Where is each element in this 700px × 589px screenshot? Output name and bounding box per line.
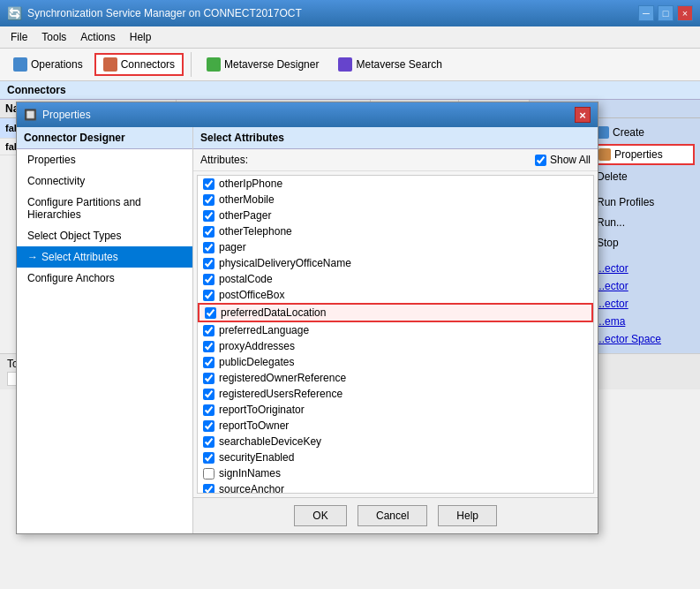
ok-button[interactable]: OK bbox=[294, 505, 347, 526]
attr-label: physicalDeliveryOfficeName bbox=[219, 257, 351, 269]
close-button[interactable]: × bbox=[677, 5, 693, 21]
connectors-icon bbox=[103, 57, 117, 72]
metaverse-search-button[interactable]: Metaverse Search bbox=[330, 54, 449, 75]
help-button[interactable]: Help bbox=[438, 505, 497, 526]
attr-item[interactable]: otherTelephone bbox=[198, 223, 593, 239]
show-all-checkbox-wrapper[interactable]: Show All bbox=[535, 154, 591, 166]
nav-item-configure-partitions[interactable]: Configure Partitions and Hierarchies bbox=[17, 192, 192, 225]
menu-actions[interactable]: Actions bbox=[73, 28, 122, 46]
connector-link-3[interactable]: ...ector bbox=[591, 295, 695, 313]
menu-file[interactable]: File bbox=[4, 28, 34, 46]
cancel-button[interactable]: Cancel bbox=[358, 505, 427, 526]
attr-item[interactable]: registeredUsersReference bbox=[198, 386, 593, 402]
metaverse-designer-icon bbox=[207, 57, 221, 72]
metaverse-search-icon bbox=[338, 57, 352, 72]
attr-item[interactable]: pager bbox=[198, 239, 593, 255]
properties-icon bbox=[598, 148, 611, 161]
operations-button[interactable]: Operations bbox=[5, 54, 91, 75]
attr-checkbox-registeredUsers[interactable] bbox=[203, 389, 215, 400]
attributes-toolbar: Attributes: Show All bbox=[193, 149, 598, 171]
attr-checkbox-reportToOriginator[interactable] bbox=[203, 404, 215, 416]
attr-checkbox-postOfficeBox[interactable] bbox=[203, 290, 215, 301]
attr-label: postalCode bbox=[219, 273, 273, 285]
metaverse-designer-button[interactable]: Metaverse Designer bbox=[199, 54, 327, 75]
left-nav-header: Connector Designer bbox=[17, 127, 192, 149]
dialog-close-button[interactable]: × bbox=[575, 107, 591, 123]
toolbar-separator-1 bbox=[191, 52, 192, 77]
properties-dialog: 🔲 Properties × Connector Designer Proper… bbox=[16, 102, 598, 534]
attr-item[interactable]: otherMobile bbox=[198, 192, 593, 208]
attr-label: registeredUsersReference bbox=[219, 388, 342, 400]
attr-label: signInNames bbox=[219, 467, 281, 480]
run-button[interactable]: Run... bbox=[591, 214, 695, 231]
stop-button[interactable]: Stop bbox=[591, 234, 695, 252]
attr-checkbox-physicalDelivery[interactable] bbox=[203, 258, 215, 269]
attr-checkbox-pager[interactable] bbox=[203, 242, 215, 253]
attr-item-preferred-data-location[interactable]: preferredDataLocation bbox=[198, 303, 593, 322]
attr-item[interactable]: otherIpPhone bbox=[198, 176, 593, 192]
attr-checkbox-otherMobile[interactable] bbox=[203, 194, 215, 206]
delete-button[interactable]: Delete bbox=[591, 168, 695, 185]
connectors-label: Connectors bbox=[121, 58, 175, 71]
nav-item-connectivity[interactable]: Connectivity bbox=[17, 170, 192, 192]
attr-item[interactable]: securityEnabled bbox=[198, 449, 593, 465]
attr-checkbox-postalCode[interactable] bbox=[203, 274, 215, 285]
attr-item[interactable]: proxyAddresses bbox=[198, 338, 593, 354]
properties-button[interactable]: Properties bbox=[591, 144, 695, 165]
attr-item[interactable]: postalCode bbox=[198, 271, 593, 287]
attr-checkbox-registeredOwner[interactable] bbox=[203, 373, 215, 384]
attr-checkbox-preferredLanguage[interactable] bbox=[203, 325, 215, 336]
attr-item[interactable]: otherPager bbox=[198, 208, 593, 223]
connector-link-1[interactable]: ...ector bbox=[591, 260, 695, 277]
attr-checkbox-preferredDataLocation[interactable] bbox=[205, 307, 216, 319]
schema-link[interactable]: ...ema bbox=[591, 313, 695, 330]
create-button[interactable]: Create bbox=[591, 124, 695, 141]
attr-item[interactable]: reportToOriginator bbox=[198, 402, 593, 418]
attr-item[interactable]: preferredLanguage bbox=[198, 322, 593, 338]
show-all-checkbox[interactable] bbox=[535, 155, 546, 166]
attr-item[interactable]: reportToOwner bbox=[198, 418, 593, 434]
attr-checkbox-sourceAnchor[interactable] bbox=[203, 484, 215, 495]
nav-item-configure-anchors[interactable]: Configure Anchors bbox=[17, 268, 192, 289]
menu-tools[interactable]: Tools bbox=[34, 28, 73, 46]
attr-label: otherMobile bbox=[219, 193, 275, 206]
connector-space-link[interactable]: ...ector Space bbox=[591, 330, 695, 348]
connector-link-2[interactable]: ...ector bbox=[591, 277, 695, 295]
run-profiles-label: Run Profiles bbox=[597, 196, 654, 208]
attr-checkbox-otherTelephone[interactable] bbox=[203, 226, 215, 238]
nav-item-select-attributes[interactable]: → Select Attributes bbox=[17, 246, 192, 268]
attr-checkbox-proxyAddresses[interactable] bbox=[203, 341, 215, 352]
attr-item[interactable]: sourceAnchor bbox=[198, 481, 593, 494]
attr-item[interactable]: registeredOwnerReference bbox=[198, 370, 593, 386]
run-profiles-button[interactable]: Run Profiles bbox=[591, 193, 695, 211]
attr-item[interactable]: searchableDeviceKey bbox=[198, 434, 593, 449]
metaverse-search-label: Metaverse Search bbox=[356, 58, 441, 71]
attr-item[interactable]: postOfficeBox bbox=[198, 287, 593, 303]
nav-item-select-object-types[interactable]: Select Object Types bbox=[17, 225, 192, 246]
nav-item-properties[interactable]: Properties bbox=[17, 149, 192, 170]
app-icon: 🔄 bbox=[7, 6, 22, 20]
attr-checkbox-otherIpPhone[interactable] bbox=[203, 178, 215, 190]
attr-checkbox-reportToOwner[interactable] bbox=[203, 420, 215, 432]
attr-checkbox-otherPager[interactable] bbox=[203, 210, 215, 222]
attr-checkbox-securityEnabled[interactable] bbox=[203, 452, 215, 464]
connectors-button[interactable]: Connectors bbox=[94, 53, 184, 76]
title-bar-controls[interactable]: ─ □ × bbox=[638, 5, 693, 21]
right-panel: Select Attributes Attributes: Show All o… bbox=[193, 127, 598, 533]
minimize-button[interactable]: ─ bbox=[638, 5, 654, 21]
maximize-button[interactable]: □ bbox=[658, 5, 674, 21]
dialog-title: Properties bbox=[42, 109, 91, 121]
operations-icon bbox=[13, 57, 27, 72]
attr-checkbox-searchableDeviceKey[interactable] bbox=[203, 436, 215, 448]
attr-item[interactable]: physicalDeliveryOfficeName bbox=[198, 255, 593, 271]
attr-item[interactable]: publicDelegates bbox=[198, 354, 593, 370]
dialog-footer: OK Cancel Help bbox=[193, 497, 598, 533]
actions-panel: Create Properties Delete Run Profiles Ru… bbox=[585, 118, 700, 353]
attr-checkbox-signInNames[interactable] bbox=[203, 468, 215, 480]
window-title: Synchronization Service Manager on CONNE… bbox=[27, 7, 302, 19]
attr-checkbox-publicDelegates[interactable] bbox=[203, 357, 215, 368]
attr-item[interactable]: signInNames bbox=[198, 465, 593, 481]
title-bar-left: 🔄 Synchronization Service Manager on CON… bbox=[7, 6, 302, 20]
menu-help[interactable]: Help bbox=[123, 28, 159, 46]
create-label: Create bbox=[613, 126, 644, 139]
